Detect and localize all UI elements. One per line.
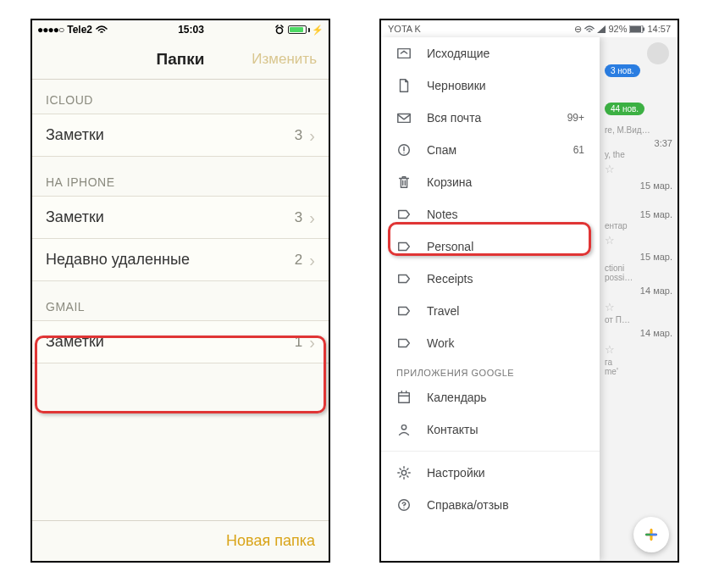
nav-label: Personal (427, 240, 473, 253)
icloud-notes-row[interactable]: Заметки 3› (32, 114, 329, 157)
nav-count: 61 (573, 144, 584, 156)
nav-drafts[interactable]: Черновики (381, 69, 600, 102)
nav-label-travel[interactable]: Travel (381, 295, 600, 327)
row-count: 3 (295, 127, 302, 144)
nav-label: Корзина (427, 175, 472, 189)
label-icon (396, 303, 412, 319)
nav-settings[interactable]: Настройки (381, 457, 600, 489)
row-label: Заметки (46, 208, 104, 226)
nav-all-mail[interactable]: Вся почта 99+ (381, 102, 600, 134)
chevron-right-icon: › (309, 209, 315, 226)
nav-label-work[interactable]: Work (381, 327, 600, 359)
iphone-notes-row[interactable]: Заметки 3› (32, 196, 329, 239)
row-count: 2 (295, 252, 302, 269)
calendar-icon (396, 390, 412, 405)
nav-label: Вся почта (427, 111, 481, 125)
svg-rect-5 (398, 114, 410, 123)
svg-point-9 (401, 470, 406, 474)
divider (381, 451, 600, 452)
carrier-label: YOTA K (388, 24, 421, 34)
chevron-right-icon: › (309, 334, 315, 351)
svg-rect-3 (643, 27, 644, 31)
nav-label: Work (427, 336, 454, 350)
nav-contacts[interactable]: Контакты (381, 413, 600, 446)
toolbar: Новая папка (32, 520, 329, 561)
folders-scroll: ICLOUD Заметки 3› НА IPHONE Заметки 3› Н… (32, 80, 329, 363)
label-icon (396, 207, 412, 222)
svg-rect-2 (630, 26, 641, 32)
bg-snippet: possi… (605, 273, 672, 282)
wifi-icon (96, 25, 108, 34)
ios-notes-screen: ●●●●○ Tele2 15:03 ⚡ Папки Изменить ICLOU… (30, 19, 330, 563)
new-folder-button[interactable]: Новая папка (226, 532, 315, 550)
gear-icon (396, 465, 412, 480)
nav-label-personal[interactable]: Personal (381, 230, 600, 263)
gmail-screen: YOTA K ⊖ 92% 14:57 3 нов. 44 нов. re, М.… (379, 19, 679, 563)
compose-fab[interactable] (633, 517, 669, 552)
bg-snippet: re, М.Вид… (605, 125, 672, 135)
svg-rect-7 (399, 393, 410, 403)
draft-icon (396, 78, 412, 93)
row-count: 1 (295, 334, 302, 351)
battery-icon (629, 25, 644, 33)
nav-label: Receipts (427, 272, 473, 286)
section-iphone-header: НА IPHONE (32, 157, 329, 196)
label-icon (396, 336, 412, 351)
row-label: Заметки (46, 333, 104, 351)
bg-snippet: me' (605, 367, 672, 376)
navbar: Папки Изменить (32, 39, 329, 80)
nav-outbox[interactable]: Исходящие (381, 37, 600, 69)
section-icloud-header: ICLOUD (32, 80, 329, 114)
svg-point-8 (401, 425, 406, 430)
signal-dots-icon: ●●●●○ (37, 24, 64, 36)
inbox-background: 3 нов. 44 нов. re, М.Вид… 3:37 y, the ☆ … (600, 37, 678, 561)
android-status-bar: YOTA K ⊖ 92% 14:57 (381, 20, 678, 37)
nav-label-notes[interactable]: Notes (381, 198, 600, 230)
wifi-icon (584, 25, 595, 33)
trash-icon (396, 175, 412, 190)
edit-button[interactable]: Изменить (252, 51, 317, 68)
badge-new-green: 44 нов. (605, 103, 644, 115)
nav-label: Notes (427, 208, 458, 221)
nav-label: Travel (427, 304, 459, 318)
signal-icon (597, 25, 606, 33)
row-label: Недавно удаленные (46, 251, 190, 269)
nav-label: Исходящие (427, 47, 490, 60)
row-label: Заметки (46, 126, 104, 144)
spam-icon (396, 142, 412, 158)
avatar (647, 42, 669, 64)
all-mail-icon (396, 110, 412, 125)
nav-count: 99+ (567, 112, 584, 124)
svg-point-0 (277, 28, 283, 34)
nav-label: Настройки (427, 466, 485, 480)
nav-label: Черновики (427, 79, 486, 92)
google-apps-header: ПРИЛОЖЕНИЯ GOOGLE (381, 359, 600, 381)
page-title: Папки (157, 50, 205, 69)
nav-calendar[interactable]: Календарь (381, 381, 600, 413)
gmail-notes-row[interactable]: Заметки 1› (32, 320, 329, 363)
clock: 15:03 (178, 24, 204, 36)
nav-drawer: Исходящие Черновики Вся почта 99+ Спам 6… (381, 37, 600, 561)
iphone-recently-deleted-row[interactable]: Недавно удаленные 2› (32, 239, 329, 281)
contacts-icon (396, 422, 412, 437)
row-count: 3 (295, 209, 302, 226)
battery-pct: 92% (608, 24, 627, 34)
svg-rect-4 (398, 49, 410, 58)
do-not-disturb-icon: ⊖ (574, 24, 582, 35)
help-icon (396, 497, 412, 513)
nav-label: Календарь (427, 391, 487, 404)
chevron-right-icon: › (309, 252, 315, 269)
nav-help[interactable]: Справка/отзыв (381, 489, 600, 521)
label-icon (396, 239, 412, 254)
nav-label: Справка/отзыв (427, 498, 509, 512)
nav-label: Контакты (427, 423, 478, 436)
outbox-icon (396, 46, 412, 61)
nav-label-receipts[interactable]: Receipts (381, 263, 600, 295)
badge-new-blue: 3 нов. (605, 64, 640, 77)
ios-status-bar: ●●●●○ Tele2 15:03 ⚡ (32, 20, 329, 39)
carrier-label: Tele2 (67, 24, 92, 36)
nav-label: Спам (427, 143, 456, 157)
nav-spam[interactable]: Спам 61 (381, 134, 600, 166)
nav-trash[interactable]: Корзина (381, 166, 600, 198)
label-icon (396, 271, 412, 286)
